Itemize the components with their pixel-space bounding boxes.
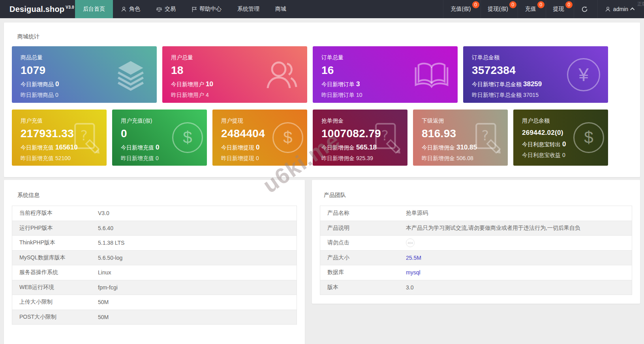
card-today-label: 今日新增提现 bbox=[221, 144, 254, 151]
row-value: 3.0 bbox=[406, 284, 413, 291]
card-today-label: 今日新增佣金 bbox=[321, 144, 355, 151]
nav-item-label: 交易 bbox=[165, 6, 176, 13]
brand-name: Desigual.shop bbox=[9, 5, 64, 14]
card-yesterday-label: 昨日新增佣金 bbox=[321, 155, 355, 161]
nav-item-dashboard[interactable]: 后台首页 bbox=[75, 0, 113, 18]
user-icon bbox=[605, 6, 611, 12]
product-team-title: 产品团队 bbox=[324, 192, 346, 199]
database-link[interactable]: mysql bbox=[406, 269, 421, 276]
withdraw-badge: 0 bbox=[565, 1, 573, 8]
dollar-circle-icon: $ bbox=[172, 122, 203, 153]
top-navbar: Desigual.shopV3.0 后台首页 角色 交易 帮助中心 系统管理 bbox=[0, 0, 644, 18]
card-yesterday-label: 昨日新增充值 bbox=[21, 155, 54, 161]
card-yesterday-label: 昨日新增用户 bbox=[171, 92, 204, 98]
stat-card-order-commission: 抢单佣金 1007082.79 今日新增佣金565.18 昨日新增佣金925.3… bbox=[313, 110, 407, 166]
table-row: 服务器操作系统Linux bbox=[12, 265, 297, 280]
card-today-label: 今日新增订单总金额 bbox=[472, 81, 522, 87]
row-label: 请勿点击 bbox=[320, 239, 406, 246]
card-yesterday-value: 0 bbox=[256, 155, 259, 161]
nav-right: 充值(假) 0 提现(假) 0 充值 0 提现 0 admin bbox=[443, 0, 644, 18]
nav-item-label: 提现 bbox=[553, 6, 564, 13]
card-yesterday-label: 昨日新增订单 bbox=[321, 92, 355, 98]
card-yesterday-value: 37015 bbox=[523, 92, 539, 98]
card-yesterday-label: 昨日新增充值 bbox=[121, 155, 154, 161]
card-today-label: 今日利息宝转出 bbox=[522, 141, 561, 147]
recharge-fake-badge: 0 bbox=[472, 1, 479, 8]
nav-item-label: 充值 bbox=[525, 6, 536, 13]
row-label: 运行PHP版本 bbox=[12, 225, 98, 232]
card-yesterday-value: 52100 bbox=[55, 155, 71, 161]
row-label: MySQL数据库版本 bbox=[12, 254, 98, 261]
nav-item-label: 商城 bbox=[275, 6, 286, 13]
card-yesterday-label: 今日利息宝收益 bbox=[522, 152, 561, 158]
yen-circle-icon: ¥ bbox=[567, 58, 600, 91]
card-today-value: 10 bbox=[206, 80, 213, 88]
card-yesterday-label: 昨日新增订单总金额 bbox=[472, 92, 522, 98]
table-row: 产品名称抢单源码 bbox=[320, 206, 632, 221]
card-today-label: 今日新增佣金 bbox=[422, 144, 455, 151]
file-question-icon: ? bbox=[370, 121, 404, 155]
row-value: 本产品只为学习测试交流,请勿要做商业或者用于违法行为,一切后果自负 bbox=[406, 225, 580, 232]
row-value: V3.0 bbox=[98, 210, 109, 216]
stat-card-user-balance: 用户总余额 269442.02(0) 今日利息宝转出0 今日利息宝收益0 $ bbox=[513, 110, 608, 166]
card-yesterday-value: 0 bbox=[55, 92, 58, 98]
nav-item-mall[interactable]: 商城 bbox=[267, 0, 294, 18]
table-row: WEB运行环境fpm-fcgi bbox=[12, 280, 297, 295]
stat-card-orders-total: 订单总量 16 今日新增订单3 昨日新增订单10 bbox=[313, 46, 458, 103]
chevron-up-icon bbox=[630, 8, 635, 12]
row-value: 5.6.50-log bbox=[98, 255, 122, 261]
table-row: POST大小限制50M bbox=[12, 310, 297, 325]
row-label: 当前程序版本 bbox=[12, 210, 98, 217]
row-label: ThinkPHP版本 bbox=[12, 239, 98, 246]
nav-item-label: 充值(假) bbox=[451, 6, 471, 13]
row-value: fpm-fcgi bbox=[98, 284, 118, 291]
table-row: ThinkPHP版本5.1.38 LTS bbox=[12, 236, 297, 251]
nav-item-help-center[interactable]: 帮助中心 bbox=[184, 0, 229, 18]
row-label: 产品大小 bbox=[320, 254, 406, 261]
stats-section-title: 商城统计 bbox=[17, 33, 39, 40]
nav-item-recharge[interactable]: 充值 0 bbox=[518, 0, 546, 18]
nav-item-roles[interactable]: 角色 bbox=[113, 0, 148, 18]
row-value: 5.6.40 bbox=[98, 225, 113, 231]
row-value: 50M bbox=[98, 299, 109, 305]
row-value: Linux bbox=[98, 269, 111, 276]
stat-card-user-recharge-fake: 用户充值(假) 0 今日新增充值0 昨日新增充值0 $ bbox=[112, 110, 207, 166]
row-label: 产品说明 bbox=[320, 225, 406, 232]
row-label: 产品名称 bbox=[320, 210, 406, 217]
svg-text:?: ? bbox=[81, 128, 88, 144]
withdraw-fake-badge: 0 bbox=[509, 1, 516, 8]
dollar-circle-icon: $ bbox=[573, 122, 604, 153]
do-not-click-badge[interactable]: 404 bbox=[406, 238, 415, 247]
brand-logo[interactable]: Desigual.shopV3.0 bbox=[0, 0, 75, 18]
row-label: 数据库 bbox=[320, 269, 406, 276]
layers-icon bbox=[113, 57, 149, 93]
nav-item-recharge-fake[interactable]: 充值(假) 0 bbox=[443, 0, 480, 18]
card-yesterday-label: 昨日新增提现 bbox=[221, 155, 254, 161]
system-info-panel: 系统信息 当前程序版本V3.0 运行PHP版本5.6.40 ThinkPHP版本… bbox=[4, 180, 305, 344]
table-row: 请勿点击404 bbox=[320, 236, 632, 251]
stat-card-order-amount: 订单总金额 3572384 今日新增订单总金额38259 昨日新增订单总金额37… bbox=[463, 46, 608, 103]
card-today-value: 38259 bbox=[523, 80, 542, 88]
card-yesterday-label: 昨日新增佣金 bbox=[422, 155, 455, 161]
card-today-label: 今日新增订单 bbox=[321, 81, 355, 87]
product-team-panel: 产品团队 产品名称抢单源码 产品说明本产品只为学习测试交流,请勿要做商业或者用于… bbox=[312, 180, 640, 304]
card-yesterday-value: 506.08 bbox=[456, 155, 473, 161]
table-row: 当前程序版本V3.0 bbox=[12, 206, 297, 221]
system-info-table: 当前程序版本V3.0 运行PHP版本5.6.40 ThinkPHP版本5.1.3… bbox=[12, 206, 297, 325]
refresh-button[interactable] bbox=[574, 0, 597, 18]
nav-item-withdraw-fake[interactable]: 提现(假) 0 bbox=[481, 0, 518, 18]
nav-item-system-management[interactable]: 系统管理 bbox=[229, 0, 267, 18]
card-today-value: 0 bbox=[156, 144, 159, 151]
file-question-icon: ? bbox=[69, 121, 103, 155]
row-label: 服务器操作系统 bbox=[12, 269, 98, 276]
file-question-icon: ? bbox=[470, 121, 504, 155]
system-info-title: 系统信息 bbox=[17, 192, 39, 199]
nav-item-trade[interactable]: 交易 bbox=[148, 0, 184, 18]
product-size-link[interactable]: 25.5M bbox=[406, 255, 421, 261]
row-label: 版本 bbox=[320, 284, 406, 291]
nav-item-withdraw[interactable]: 提现 0 bbox=[546, 0, 574, 18]
card-yesterday-value: 4 bbox=[206, 92, 209, 98]
dollar-circle-icon: $ bbox=[272, 122, 303, 153]
row-value: 5.1.38 LTS bbox=[98, 240, 124, 246]
card-yesterday-value: 0 bbox=[562, 152, 565, 158]
